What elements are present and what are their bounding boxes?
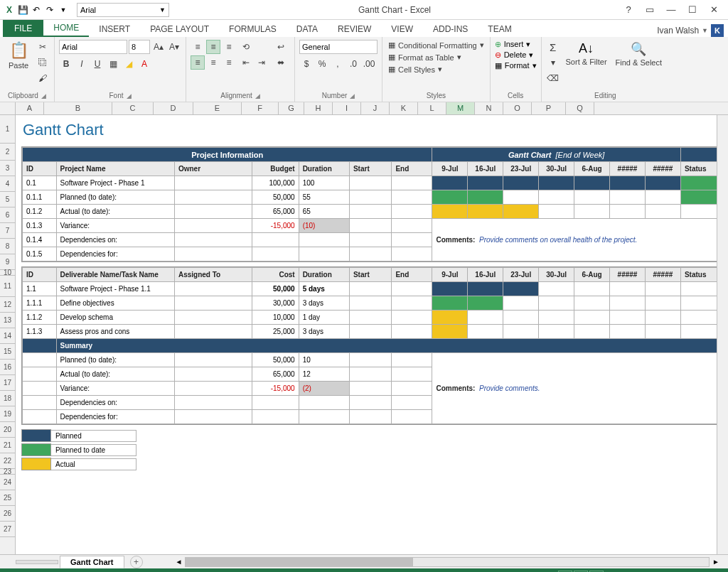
column-header-N[interactable]: N (475, 102, 503, 114)
tab-view[interactable]: VIEW (381, 21, 423, 37)
tab-addins[interactable]: ADD-INS (423, 21, 478, 37)
decrease-font-icon[interactable]: A▾ (167, 40, 181, 54)
bold-button[interactable]: B (59, 57, 73, 71)
font-color-button[interactable]: A (137, 57, 151, 71)
row-header[interactable]: 2 (0, 144, 15, 161)
tab-page-layout[interactable]: PAGE LAYOUT (140, 21, 219, 37)
orientation-icon[interactable]: ⟲ (239, 40, 253, 54)
cell-styles-button[interactable]: ▦Cell Styles ▾ (387, 64, 486, 75)
row-header[interactable]: 10 (0, 270, 15, 276)
percent-format-icon[interactable]: % (315, 57, 329, 71)
increase-decimal-icon[interactable]: .0 (346, 57, 360, 71)
ribbon-options-icon[interactable]: ▭ (641, 3, 658, 17)
font-size-input[interactable] (129, 40, 150, 54)
row-header[interactable]: 25 (0, 490, 15, 506)
row-header[interactable]: 12 (0, 297, 15, 313)
user-name[interactable]: Ivan Walsh (657, 26, 699, 36)
row-header[interactable]: 26 (0, 506, 15, 522)
row-header[interactable]: 15 (0, 344, 15, 360)
select-all-corner[interactable] (0, 102, 16, 114)
column-header-P[interactable]: P (532, 102, 566, 114)
column-header-D[interactable]: D (154, 102, 193, 114)
align-middle-icon[interactable]: ≡ (206, 40, 220, 54)
row-header[interactable]: 1 (0, 115, 15, 144)
tab-data[interactable]: DATA (287, 21, 328, 37)
column-header-M[interactable]: M (446, 102, 475, 114)
clear-icon[interactable]: ⌫ (546, 71, 560, 85)
row-header[interactable]: 4 (0, 176, 15, 192)
qat-dropdown-icon[interactable]: ▼ (58, 4, 69, 16)
tab-insert[interactable]: INSERT (89, 21, 140, 37)
italic-button[interactable]: I (75, 57, 89, 71)
tab-review[interactable]: REVIEW (328, 21, 381, 37)
undo-icon[interactable]: ↶ (31, 4, 42, 16)
wrap-text-icon[interactable]: ↩ (272, 40, 290, 54)
underline-button[interactable]: U (90, 57, 105, 71)
row-header[interactable]: 22 (0, 453, 15, 469)
vertical-scrollbar[interactable] (717, 115, 728, 554)
dialog-launcher-icon[interactable]: ◢ (255, 92, 260, 99)
dialog-launcher-icon[interactable]: ◢ (350, 92, 355, 99)
format-cells-button[interactable]: ▦Format ▾ (495, 61, 537, 70)
column-header-H[interactable]: H (304, 102, 333, 114)
increase-indent-icon[interactable]: ⇥ (255, 55, 269, 70)
column-header-C[interactable]: C (112, 102, 154, 114)
tab-file[interactable]: FILE (3, 20, 43, 37)
increase-font-icon[interactable]: A▴ (151, 40, 166, 54)
row-header[interactable]: 17 (0, 375, 15, 391)
column-header-G[interactable]: G (279, 102, 304, 114)
format-painter-icon[interactable]: 🖌 (36, 71, 50, 85)
row-header[interactable]: 20 (0, 422, 15, 438)
align-bottom-icon[interactable]: ≡ (222, 40, 236, 54)
row-header[interactable]: 7 (0, 223, 15, 239)
column-header-I[interactable]: I (333, 102, 361, 114)
find-select-button[interactable]: 🔍 Find & Select (613, 40, 665, 68)
copy-icon[interactable]: ⿻ (36, 55, 50, 70)
row-header[interactable]: 19 (0, 406, 15, 422)
column-header-O[interactable]: O (503, 102, 532, 114)
worksheet[interactable]: Gantt Chart Project InformationGantt Cha… (16, 115, 728, 554)
number-format-input[interactable] (299, 40, 378, 54)
user-badge[interactable]: K (711, 24, 724, 37)
cut-icon[interactable]: ✂ (36, 40, 50, 54)
font-name-input[interactable] (59, 40, 127, 54)
delete-cells-button[interactable]: ⊖Delete ▾ (495, 50, 537, 60)
align-left-icon[interactable]: ≡ (191, 55, 205, 70)
help-icon[interactable]: ? (620, 3, 637, 17)
save-icon[interactable]: 💾 (17, 4, 28, 16)
column-header-A[interactable]: A (16, 102, 44, 114)
format-as-table-button[interactable]: ▦Format as Table ▾ (387, 52, 486, 63)
sheet-tab-blank[interactable] (16, 560, 58, 564)
minimize-icon[interactable]: — (663, 3, 680, 17)
align-top-icon[interactable]: ≡ (191, 40, 205, 54)
tab-team[interactable]: TEAM (478, 21, 521, 37)
row-header[interactable]: 21 (0, 438, 15, 453)
autosum-icon[interactable]: Σ (546, 40, 560, 54)
column-header-J[interactable]: J (361, 102, 390, 114)
close-icon[interactable]: ✕ (705, 3, 722, 17)
merge-center-icon[interactable]: ⬌ (272, 55, 290, 70)
fill-icon[interactable]: ▾ (546, 55, 560, 70)
sort-filter-button[interactable]: A↓ Sort & Filter (563, 40, 610, 68)
decrease-indent-icon[interactable]: ⇤ (239, 55, 253, 70)
tab-formulas[interactable]: FORMULAS (219, 21, 287, 37)
row-header[interactable]: 5 (0, 192, 15, 207)
add-sheet-button[interactable]: + (130, 556, 143, 568)
column-header-B[interactable]: B (44, 102, 112, 114)
border-button[interactable]: ▦ (106, 57, 120, 71)
horizontal-scrollbar[interactable]: ◄ ► (173, 557, 723, 567)
row-header[interactable]: 6 (0, 207, 15, 223)
accounting-format-icon[interactable]: $ (299, 57, 314, 71)
dialog-launcher-icon[interactable]: ◢ (41, 92, 46, 99)
row-header[interactable]: 18 (0, 391, 15, 406)
fill-color-button[interactable]: ◢ (122, 57, 136, 71)
row-header[interactable]: 16 (0, 360, 15, 375)
row-header[interactable]: 14 (0, 328, 15, 344)
column-header-E[interactable]: E (193, 102, 242, 114)
column-header-L[interactable]: L (418, 102, 446, 114)
row-header[interactable]: 3 (0, 161, 15, 176)
redo-icon[interactable]: ↷ (44, 4, 55, 16)
row-header[interactable]: 13 (0, 313, 15, 328)
column-header-K[interactable]: K (390, 102, 418, 114)
decrease-decimal-icon[interactable]: .00 (362, 57, 376, 71)
